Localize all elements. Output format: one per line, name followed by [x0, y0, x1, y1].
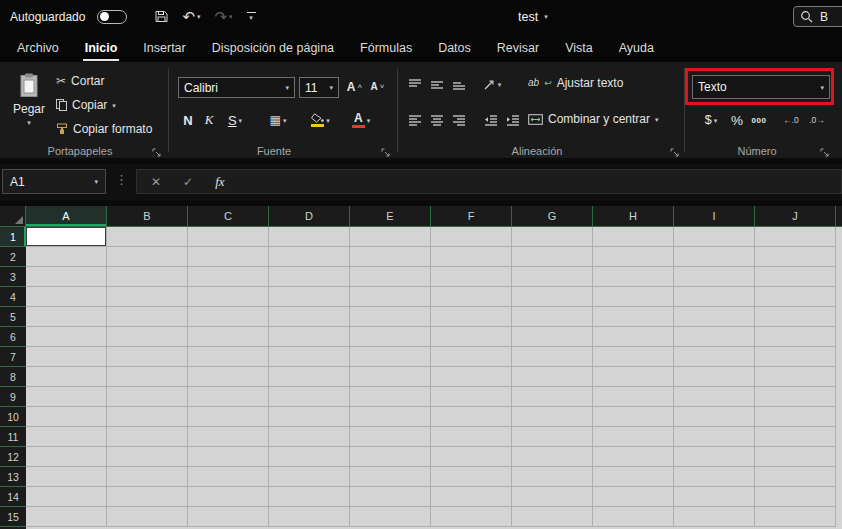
cut-button[interactable]: ✂ Cortar	[56, 74, 104, 88]
cell-D4[interactable]	[269, 287, 350, 307]
cell-D11[interactable]	[269, 427, 350, 447]
borders-button[interactable]: ▦ ▾	[264, 110, 292, 130]
cell-D12[interactable]	[269, 447, 350, 467]
cell-E7[interactable]	[350, 347, 431, 367]
column-header-C[interactable]: C	[188, 206, 269, 226]
column-header-G[interactable]: G	[512, 206, 593, 226]
align-top-button[interactable]	[406, 74, 424, 94]
wrap-text-button[interactable]: ab ↩ Ajustar texto	[528, 76, 623, 90]
cell-E11[interactable]	[350, 427, 431, 447]
column-header-D[interactable]: D	[269, 206, 350, 226]
cell-B5[interactable]	[107, 307, 188, 327]
cell-G12[interactable]	[512, 447, 593, 467]
percent-style-button[interactable]: %	[728, 110, 746, 130]
cell-F3[interactable]	[431, 267, 512, 287]
cell-A5[interactable]	[26, 307, 107, 327]
chevron-down-icon[interactable]: ▾	[544, 13, 548, 20]
copy-button[interactable]: Copiar ▾	[56, 98, 116, 112]
merge-center-button[interactable]: Combinar y centrar ▾	[528, 112, 659, 126]
row-header-1[interactable]: 1	[0, 227, 26, 247]
cell-I10[interactable]	[674, 407, 755, 427]
cell-F4[interactable]	[431, 287, 512, 307]
cell-D13[interactable]	[269, 467, 350, 487]
cell-C9[interactable]	[188, 387, 269, 407]
tab-vista[interactable]: Vista	[552, 33, 606, 62]
tab-datos[interactable]: Datos	[425, 33, 484, 62]
cell-D8[interactable]	[269, 367, 350, 387]
cell-H2[interactable]	[593, 247, 674, 267]
cell-F15[interactable]	[431, 507, 512, 527]
cell-J5[interactable]	[755, 307, 836, 327]
cell-A6[interactable]	[26, 327, 107, 347]
cell-I7[interactable]	[674, 347, 755, 367]
cell-F12[interactable]	[431, 447, 512, 467]
cell-E14[interactable]	[350, 487, 431, 507]
row-header-8[interactable]: 8	[0, 367, 26, 387]
cell-B15[interactable]	[107, 507, 188, 527]
cell-F10[interactable]	[431, 407, 512, 427]
row-header-13[interactable]: 13	[0, 467, 26, 487]
cell-F9[interactable]	[431, 387, 512, 407]
cell-I5[interactable]	[674, 307, 755, 327]
cell-G15[interactable]	[512, 507, 593, 527]
alignment-dialog-launcher[interactable]	[668, 146, 680, 158]
cell-I13[interactable]	[674, 467, 755, 487]
cell-F11[interactable]	[431, 427, 512, 447]
cell-B10[interactable]	[107, 407, 188, 427]
cell-B13[interactable]	[107, 467, 188, 487]
paste-button[interactable]: Pegar ▾	[8, 68, 50, 144]
cell-C3[interactable]	[188, 267, 269, 287]
cell-J7[interactable]	[755, 347, 836, 367]
cell-J2[interactable]	[755, 247, 836, 267]
grow-font-button[interactable]: A ˄	[345, 77, 364, 97]
cell-A2[interactable]	[26, 247, 107, 267]
cell-B12[interactable]	[107, 447, 188, 467]
cell-G11[interactable]	[512, 427, 593, 447]
customize-quick-access-button[interactable]: ▾	[247, 12, 256, 22]
cell-C12[interactable]	[188, 447, 269, 467]
shrink-font-button[interactable]: A ˅	[368, 77, 387, 97]
undo-button[interactable]: ↶ ▾	[182, 9, 200, 24]
cell-A11[interactable]	[26, 427, 107, 447]
cell-G1[interactable]	[512, 227, 593, 247]
cell-C15[interactable]	[188, 507, 269, 527]
cell-B1[interactable]	[107, 227, 188, 247]
cell-F8[interactable]	[431, 367, 512, 387]
cell-H13[interactable]	[593, 467, 674, 487]
row-header-12[interactable]: 12	[0, 447, 26, 467]
chevron-down-icon[interactable]: ▾	[498, 81, 502, 88]
fill-color-button[interactable]: ▾	[304, 108, 336, 132]
cell-J9[interactable]	[755, 387, 836, 407]
cell-B14[interactable]	[107, 487, 188, 507]
align-center-button[interactable]	[428, 110, 446, 130]
document-title-area[interactable]: test ▾	[518, 0, 548, 33]
tab-disposicion-de-pagina[interactable]: Disposición de página	[199, 33, 347, 62]
cell-F6[interactable]	[431, 327, 512, 347]
cell-D7[interactable]	[269, 347, 350, 367]
cell-G2[interactable]	[512, 247, 593, 267]
cell-A1[interactable]	[26, 227, 107, 247]
cell-A9[interactable]	[26, 387, 107, 407]
tab-revisar[interactable]: Revisar	[484, 33, 552, 62]
cell-H6[interactable]	[593, 327, 674, 347]
cell-J4[interactable]	[755, 287, 836, 307]
currency-format-button[interactable]: $ ▾	[698, 110, 724, 130]
cell-C6[interactable]	[188, 327, 269, 347]
cell-E5[interactable]	[350, 307, 431, 327]
align-left-button[interactable]	[406, 110, 424, 130]
cell-I3[interactable]	[674, 267, 755, 287]
cell-F2[interactable]	[431, 247, 512, 267]
cell-C11[interactable]	[188, 427, 269, 447]
cell-A7[interactable]	[26, 347, 107, 367]
cell-I11[interactable]	[674, 427, 755, 447]
cell-I15[interactable]	[674, 507, 755, 527]
cell-F13[interactable]	[431, 467, 512, 487]
comma-style-button[interactable]: 000	[748, 110, 770, 130]
cell-G3[interactable]	[512, 267, 593, 287]
enter-icon[interactable]: ✓	[183, 175, 193, 189]
align-bottom-button[interactable]	[450, 74, 468, 94]
cell-G7[interactable]	[512, 347, 593, 367]
cell-E10[interactable]	[350, 407, 431, 427]
save-button[interactable]	[155, 10, 168, 23]
cell-F7[interactable]	[431, 347, 512, 367]
